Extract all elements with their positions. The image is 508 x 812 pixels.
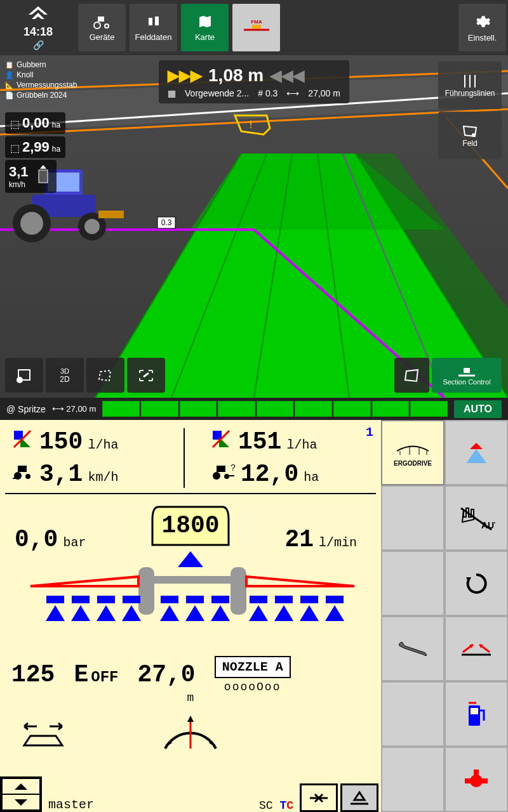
svg-text:FMA: FMA [251,19,262,25]
boundary-button[interactable] [86,358,124,393]
svg-text:?: ? [231,463,236,473]
svg-rect-3 [149,18,152,25]
nozzle-circles: ooooOoo [224,681,281,693]
refresh-icon [464,571,489,596]
logo-clock-area: 14:18 🔗 [0,2,76,53]
nav-fma[interactable]: FMA [232,4,280,51]
svg-rect-46 [18,466,27,472]
svg-point-40 [17,377,23,383]
area-worked-icon: ⬚ [10,118,20,130]
speed-tractor-icon [11,463,34,481]
fuel-button[interactable] [444,681,508,747]
svg-marker-81 [249,605,268,621]
svg-marker-74 [46,605,65,621]
blank-button-2[interactable] [381,551,444,616]
refresh-button[interactable] [444,551,508,616]
manual-auto-button[interactable]: AUTO [444,485,508,551]
svg-rect-113 [465,778,488,783]
master-label: master [42,797,253,812]
svg-rect-66 [123,596,140,603]
svg-rect-110 [471,708,478,714]
nav-devices[interactable]: Geräte [78,4,126,51]
page-indicator: 1 [366,425,373,440]
boundary-icon [97,368,114,383]
converge-icon [459,639,493,658]
svg-rect-68 [186,596,204,603]
field-button[interactable]: Feld [438,112,502,159]
master-up-down[interactable] [0,776,42,812]
mode-button-2[interactable] [340,783,378,812]
svg-marker-78 [160,605,179,621]
svg-rect-58 [138,567,154,615]
master-up-button[interactable] [2,778,40,794]
svg-rect-67 [161,596,178,603]
headland-icon: ▦ [168,88,176,98]
rate-target-icon [210,428,233,449]
mode-button-1[interactable] [300,783,338,812]
tool-icon: 📐 [5,81,14,89]
sc-label: SC TC [253,799,300,812]
gear-icon [474,13,491,30]
boom-display: 0,0bar 21l/min 1800 [5,501,376,646]
width-icon: ⟷ [286,88,299,98]
svg-text:0.3: 0.3 [161,218,172,227]
deviation-arrows-left: ▶▶▶ [168,67,202,84]
svg-text:AUTO: AUTO [481,520,495,530]
ergodrive-button[interactable]: ERGODRIVE [381,420,444,485]
map-icon [197,14,213,29]
blank-button-3[interactable] [381,681,444,747]
svg-marker-75 [71,605,90,621]
clipboard-icon: 📋 [5,61,14,69]
sprayer-icon: FMA [241,18,272,34]
section-status-bar: @ Spritze ⟷ 27,00 m AUTO [0,398,508,420]
svg-marker-101 [470,443,483,449]
svg-point-53 [213,472,220,480]
svg-rect-4 [155,16,159,25]
nav-map[interactable]: Karte [181,4,229,51]
svg-rect-41 [464,368,470,373]
svg-point-54 [224,474,229,479]
blank-button-4[interactable] [381,747,444,812]
map-settings-button[interactable] [5,358,43,393]
view-2d3d-button[interactable]: 3D2D [46,358,84,393]
center-button[interactable] [127,358,165,393]
ergodrive-icon [394,438,432,457]
clock-display: 14:18 [23,25,53,39]
tractor-icon [93,14,112,29]
connection-icon: 🔗 [33,40,44,50]
brand-logo-icon [25,5,51,24]
svg-marker-80 [211,605,230,621]
section-indicators [102,401,448,417]
map-view[interactable]: ! 0.3 📋Gubbern 👤Knoll 📐Vermessungsstab 📄… [0,55,508,398]
spray-button[interactable] [444,420,508,485]
spray-icon [462,440,490,466]
nav-settings[interactable]: Einstell. [458,4,506,51]
svg-rect-73 [326,596,344,603]
job-info-panel: 📋Gubbern 👤Knoll 📐Vermessungsstab 📄Grübbe… [5,60,77,101]
svg-marker-76 [97,605,116,621]
svg-point-1 [94,22,100,29]
hand-auto-icon: AUTO [457,504,495,532]
nav-fielddata[interactable]: Felddaten [130,4,177,51]
blank-button-1[interactable] [381,485,444,551]
section-control-button[interactable]: Section Control [432,358,502,393]
svg-marker-77 [122,605,141,621]
lines-icon [461,74,479,89]
area-total-icon: ⬚ [10,142,20,154]
area-stats: ⬚0,00ha ⬚2,99ha [5,112,65,158]
master-down-button[interactable] [2,794,40,810]
valve-button[interactable] [444,747,508,812]
field-outline-button[interactable] [394,358,429,393]
map-gear-icon [15,367,34,384]
svg-marker-61 [30,577,138,586]
converge-button[interactable] [444,616,508,681]
svg-marker-91 [15,799,27,806]
nozzle-label: NOZZLE A [215,656,291,678]
svg-rect-0 [98,16,104,22]
rate-actual-icon [11,428,34,449]
wrench-icon [396,639,430,658]
deviation-arrows-right: ◀◀◀ [270,67,304,84]
wrench-button[interactable] [381,616,444,681]
guidance-lines-button[interactable]: Führungslinien [438,62,502,109]
auto-mode-button[interactable]: AUTO [454,400,502,418]
